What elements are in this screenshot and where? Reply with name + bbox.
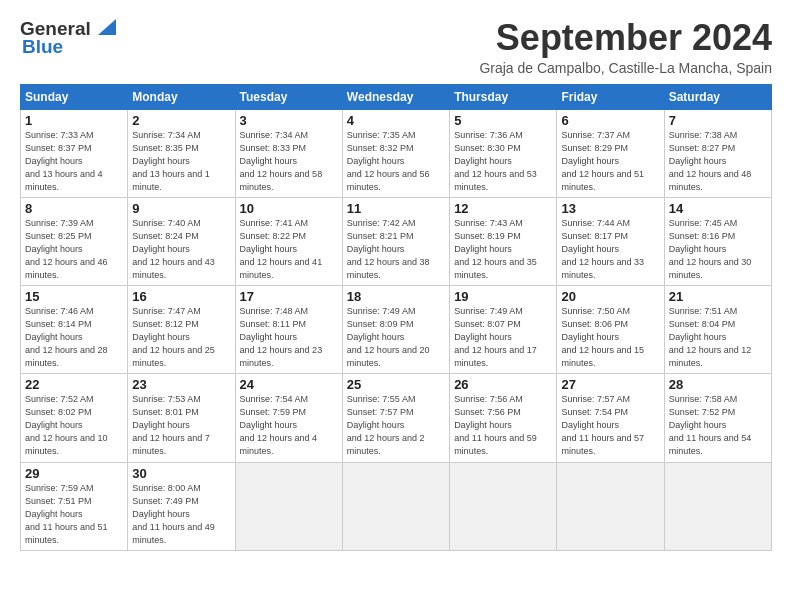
- day-number: 10: [240, 201, 338, 216]
- header-sunday: Sunday: [21, 84, 128, 109]
- table-row: 23Sunrise: 7:53 AMSunset: 8:01 PMDayligh…: [128, 374, 235, 462]
- day-number: 25: [347, 377, 445, 392]
- table-row: 12Sunrise: 7:43 AMSunset: 8:19 PMDayligh…: [450, 197, 557, 285]
- day-info: Sunrise: 7:49 AMSunset: 8:09 PMDaylight …: [347, 306, 430, 368]
- header-thursday: Thursday: [450, 84, 557, 109]
- day-info: Sunrise: 8:00 AMSunset: 7:49 PMDaylight …: [132, 483, 215, 545]
- table-row: 3Sunrise: 7:34 AMSunset: 8:33 PMDaylight…: [235, 109, 342, 197]
- logo-blue: Blue: [22, 36, 63, 58]
- day-info: Sunrise: 7:53 AMSunset: 8:01 PMDaylight …: [132, 394, 210, 456]
- day-info: Sunrise: 7:40 AMSunset: 8:24 PMDaylight …: [132, 218, 215, 280]
- day-number: 28: [669, 377, 767, 392]
- table-row: 26Sunrise: 7:56 AMSunset: 7:56 PMDayligh…: [450, 374, 557, 462]
- day-number: 22: [25, 377, 123, 392]
- table-row: [342, 462, 449, 550]
- day-info: Sunrise: 7:42 AMSunset: 8:21 PMDaylight …: [347, 218, 430, 280]
- day-info: Sunrise: 7:55 AMSunset: 7:57 PMDaylight …: [347, 394, 425, 456]
- logo-icon: [94, 17, 116, 37]
- table-row: 25Sunrise: 7:55 AMSunset: 7:57 PMDayligh…: [342, 374, 449, 462]
- header-saturday: Saturday: [664, 84, 771, 109]
- table-row: 15Sunrise: 7:46 AMSunset: 8:14 PMDayligh…: [21, 286, 128, 374]
- day-number: 6: [561, 113, 659, 128]
- table-row: 9Sunrise: 7:40 AMSunset: 8:24 PMDaylight…: [128, 197, 235, 285]
- day-number: 11: [347, 201, 445, 216]
- header-monday: Monday: [128, 84, 235, 109]
- table-row: 24Sunrise: 7:54 AMSunset: 7:59 PMDayligh…: [235, 374, 342, 462]
- day-number: 8: [25, 201, 123, 216]
- day-number: 20: [561, 289, 659, 304]
- day-info: Sunrise: 7:35 AMSunset: 8:32 PMDaylight …: [347, 130, 430, 192]
- day-number: 18: [347, 289, 445, 304]
- day-info: Sunrise: 7:41 AMSunset: 8:22 PMDaylight …: [240, 218, 323, 280]
- header-friday: Friday: [557, 84, 664, 109]
- day-number: 13: [561, 201, 659, 216]
- header-tuesday: Tuesday: [235, 84, 342, 109]
- day-info: Sunrise: 7:36 AMSunset: 8:30 PMDaylight …: [454, 130, 537, 192]
- day-number: 4: [347, 113, 445, 128]
- day-info: Sunrise: 7:59 AMSunset: 7:51 PMDaylight …: [25, 483, 108, 545]
- day-number: 2: [132, 113, 230, 128]
- day-info: Sunrise: 7:44 AMSunset: 8:17 PMDaylight …: [561, 218, 644, 280]
- table-row: 13Sunrise: 7:44 AMSunset: 8:17 PMDayligh…: [557, 197, 664, 285]
- table-row: 28Sunrise: 7:58 AMSunset: 7:52 PMDayligh…: [664, 374, 771, 462]
- logo: General Blue: [20, 18, 116, 58]
- title-block: September 2024 Graja de Campalbo, Castil…: [479, 18, 772, 76]
- day-number: 9: [132, 201, 230, 216]
- table-row: 14Sunrise: 7:45 AMSunset: 8:16 PMDayligh…: [664, 197, 771, 285]
- header-wednesday: Wednesday: [342, 84, 449, 109]
- table-row: [235, 462, 342, 550]
- day-info: Sunrise: 7:34 AMSunset: 8:35 PMDaylight …: [132, 130, 210, 192]
- table-row: 2Sunrise: 7:34 AMSunset: 8:35 PMDaylight…: [128, 109, 235, 197]
- table-row: 7Sunrise: 7:38 AMSunset: 8:27 PMDaylight…: [664, 109, 771, 197]
- table-row: 6Sunrise: 7:37 AMSunset: 8:29 PMDaylight…: [557, 109, 664, 197]
- day-info: Sunrise: 7:39 AMSunset: 8:25 PMDaylight …: [25, 218, 108, 280]
- day-number: 29: [25, 466, 123, 481]
- table-row: 17Sunrise: 7:48 AMSunset: 8:11 PMDayligh…: [235, 286, 342, 374]
- table-row: 19Sunrise: 7:49 AMSunset: 8:07 PMDayligh…: [450, 286, 557, 374]
- day-info: Sunrise: 7:58 AMSunset: 7:52 PMDaylight …: [669, 394, 752, 456]
- day-info: Sunrise: 7:38 AMSunset: 8:27 PMDaylight …: [669, 130, 752, 192]
- table-row: 4Sunrise: 7:35 AMSunset: 8:32 PMDaylight…: [342, 109, 449, 197]
- table-row: 16Sunrise: 7:47 AMSunset: 8:12 PMDayligh…: [128, 286, 235, 374]
- day-number: 21: [669, 289, 767, 304]
- day-number: 3: [240, 113, 338, 128]
- day-number: 27: [561, 377, 659, 392]
- day-number: 1: [25, 113, 123, 128]
- day-info: Sunrise: 7:37 AMSunset: 8:29 PMDaylight …: [561, 130, 644, 192]
- day-number: 30: [132, 466, 230, 481]
- table-row: 10Sunrise: 7:41 AMSunset: 8:22 PMDayligh…: [235, 197, 342, 285]
- table-row: [664, 462, 771, 550]
- day-number: 23: [132, 377, 230, 392]
- day-number: 14: [669, 201, 767, 216]
- day-number: 19: [454, 289, 552, 304]
- table-row: 1Sunrise: 7:33 AMSunset: 8:37 PMDaylight…: [21, 109, 128, 197]
- day-info: Sunrise: 7:57 AMSunset: 7:54 PMDaylight …: [561, 394, 644, 456]
- day-info: Sunrise: 7:56 AMSunset: 7:56 PMDaylight …: [454, 394, 537, 456]
- day-info: Sunrise: 7:43 AMSunset: 8:19 PMDaylight …: [454, 218, 537, 280]
- month-title: September 2024: [479, 18, 772, 58]
- day-number: 12: [454, 201, 552, 216]
- day-info: Sunrise: 7:49 AMSunset: 8:07 PMDaylight …: [454, 306, 537, 368]
- table-row: [450, 462, 557, 550]
- day-number: 5: [454, 113, 552, 128]
- day-number: 16: [132, 289, 230, 304]
- day-info: Sunrise: 7:34 AMSunset: 8:33 PMDaylight …: [240, 130, 323, 192]
- table-row: [557, 462, 664, 550]
- table-row: 18Sunrise: 7:49 AMSunset: 8:09 PMDayligh…: [342, 286, 449, 374]
- day-info: Sunrise: 7:52 AMSunset: 8:02 PMDaylight …: [25, 394, 108, 456]
- day-info: Sunrise: 7:45 AMSunset: 8:16 PMDaylight …: [669, 218, 752, 280]
- day-info: Sunrise: 7:46 AMSunset: 8:14 PMDaylight …: [25, 306, 108, 368]
- calendar: Sunday Monday Tuesday Wednesday Thursday…: [20, 84, 772, 551]
- table-row: 27Sunrise: 7:57 AMSunset: 7:54 PMDayligh…: [557, 374, 664, 462]
- day-number: 17: [240, 289, 338, 304]
- day-info: Sunrise: 7:48 AMSunset: 8:11 PMDaylight …: [240, 306, 323, 368]
- table-row: 20Sunrise: 7:50 AMSunset: 8:06 PMDayligh…: [557, 286, 664, 374]
- location-title: Graja de Campalbo, Castille-La Mancha, S…: [479, 60, 772, 76]
- svg-marker-0: [98, 19, 116, 35]
- weekday-header-row: Sunday Monday Tuesday Wednesday Thursday…: [21, 84, 772, 109]
- day-info: Sunrise: 7:50 AMSunset: 8:06 PMDaylight …: [561, 306, 644, 368]
- day-info: Sunrise: 7:47 AMSunset: 8:12 PMDaylight …: [132, 306, 215, 368]
- day-number: 7: [669, 113, 767, 128]
- day-number: 24: [240, 377, 338, 392]
- day-info: Sunrise: 7:54 AMSunset: 7:59 PMDaylight …: [240, 394, 318, 456]
